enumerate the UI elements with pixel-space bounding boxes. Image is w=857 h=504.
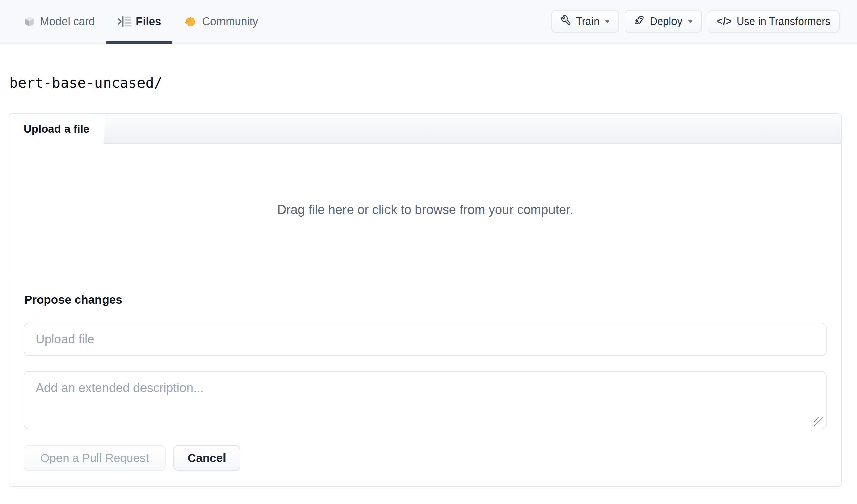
train-button-label: Train [576, 15, 599, 28]
tab-model-card-label: Model card [40, 15, 95, 28]
wrench-icon [560, 14, 571, 28]
nav-actions: Train Deploy </> Use in Transformers [551, 0, 840, 43]
textarea-resize-grip[interactable] [814, 417, 823, 426]
files-list-icon [118, 16, 131, 27]
tabbar-filler [104, 114, 841, 144]
tab-upload-a-file[interactable]: Upload a file [10, 114, 104, 144]
train-button[interactable]: Train [551, 11, 619, 33]
nav-tabs: Model card Files [12, 0, 270, 43]
upload-card-tabbar: Upload a file [10, 114, 841, 144]
deploy-button-label: Deploy [650, 15, 682, 28]
dropzone-text: Drag file here or click to browse from y… [277, 203, 573, 217]
tab-files-label: Files [136, 15, 161, 28]
code-icon: </> [717, 16, 732, 27]
upload-card: Upload a file Drag file here or click to… [9, 113, 842, 487]
propose-changes-heading: Propose changes [24, 293, 827, 306]
description-field-wrapper [23, 371, 827, 431]
file-dropzone[interactable]: Drag file here or click to browse from y… [10, 144, 841, 276]
waving-hand-icon [184, 15, 197, 28]
cancel-button[interactable]: Cancel [173, 445, 240, 471]
deploy-button[interactable]: Deploy [625, 11, 702, 33]
chevron-down-icon [605, 20, 610, 23]
tab-community-label: Community [202, 15, 258, 28]
propose-changes-section: Propose changes Open a Pull Request Canc… [10, 276, 841, 486]
use-in-transformers-button[interactable]: </> Use in Transformers [708, 11, 840, 33]
open-pull-request-button[interactable]: Open a Pull Request [23, 445, 166, 471]
extended-description-textarea[interactable] [23, 371, 827, 430]
top-nav: Model card Files [0, 0, 857, 44]
page: Model card Files [0, 0, 857, 504]
tab-files[interactable]: Files [106, 0, 172, 43]
use-in-transformers-label: Use in Transformers [737, 15, 830, 28]
main-content: bert-base-uncased/ Upload a file Drag fi… [0, 74, 857, 487]
cube-icon [23, 15, 35, 28]
upload-file-input[interactable] [23, 322, 827, 356]
chevron-down-icon [688, 20, 693, 23]
tab-community[interactable]: Community [172, 0, 270, 43]
form-actions: Open a Pull Request Cancel [23, 445, 827, 471]
tab-model-card[interactable]: Model card [12, 0, 106, 43]
rocket-icon [634, 14, 645, 28]
repo-path: bert-base-uncased/ [10, 74, 842, 91]
